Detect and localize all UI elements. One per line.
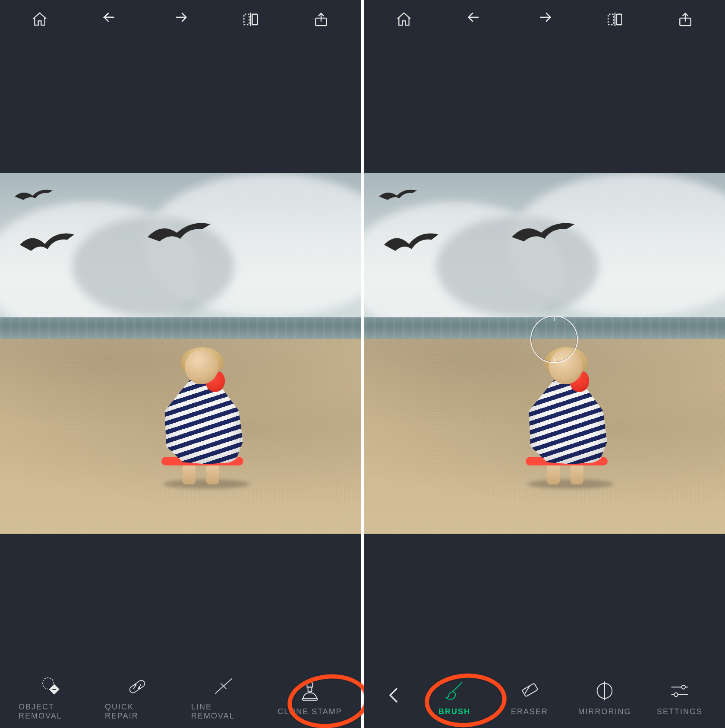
tool-label: CLONE STAMP	[277, 707, 342, 716]
tool-line-removal[interactable]: LINE REMOVAL	[191, 675, 256, 721]
quick-repair-icon	[126, 675, 148, 697]
redo-button[interactable]	[534, 9, 555, 30]
clone-stamp-icon	[299, 680, 321, 702]
compare-button[interactable]	[605, 9, 625, 30]
compare-icon	[242, 10, 260, 28]
svg-point-33	[674, 693, 678, 696]
redo-icon	[536, 11, 553, 28]
tool-label: BRUSH	[438, 707, 470, 716]
object-removal-icon	[40, 675, 62, 697]
clone-source-reticle[interactable]	[530, 316, 578, 363]
screen-left: OBJECT REMOVAL QUICK REPAIR LINE REMOVAL…	[0, 0, 361, 728]
svg-point-15	[139, 687, 140, 689]
tool-label: OBJECT REMOVAL	[19, 703, 83, 721]
tool-clone-stamp[interactable]: CLONE STAMP	[277, 680, 342, 716]
mirroring-icon	[593, 680, 616, 702]
back-icon	[383, 684, 406, 706]
child-subject	[159, 350, 245, 484]
bird	[379, 187, 418, 208]
bird	[19, 232, 75, 262]
tool-eraser[interactable]: ERASER	[497, 680, 562, 716]
tool-mirroring[interactable]: MIRRORING	[572, 680, 637, 716]
tool-label: MIRRORING	[578, 707, 631, 716]
home-button[interactable]	[394, 9, 414, 30]
undo-button[interactable]	[464, 9, 485, 30]
bird	[147, 220, 211, 250]
tool-label: LINE REMOVAL	[191, 703, 256, 721]
svg-rect-26	[522, 683, 538, 696]
home-button[interactable]	[29, 9, 50, 30]
tool-back[interactable]	[377, 684, 412, 712]
brush-icon	[443, 680, 466, 702]
svg-rect-23	[617, 14, 622, 25]
svg-rect-19	[303, 698, 318, 700]
svg-rect-18	[308, 687, 312, 692]
eraser-icon	[518, 680, 541, 702]
screenshot-divider	[361, 0, 364, 728]
svg-rect-22	[608, 14, 613, 25]
svg-rect-3	[252, 14, 258, 25]
undo-button[interactable]	[100, 9, 120, 30]
share-button[interactable]	[675, 9, 696, 30]
bottom-toolbar: OBJECT REMOVAL QUICK REPAIR LINE REMOVAL…	[0, 668, 361, 728]
share-button[interactable]	[311, 9, 331, 30]
settings-icon	[668, 680, 691, 702]
share-icon	[677, 11, 693, 28]
redo-icon	[172, 11, 189, 28]
image-canvas[interactable]	[0, 39, 361, 668]
tool-brush[interactable]: BRUSH	[422, 680, 487, 716]
child-subject	[523, 350, 609, 484]
svg-point-31	[681, 685, 685, 689]
undo-icon	[101, 11, 119, 28]
tool-label: ERASER	[511, 707, 548, 716]
top-toolbar	[364, 0, 725, 39]
tool-label: QUICK REPAIR	[105, 703, 170, 721]
bottom-toolbar: BRUSH ERASER MIRRORING SETTINGS	[364, 668, 725, 728]
undo-icon	[466, 11, 483, 28]
home-icon	[31, 11, 48, 28]
line-removal-icon	[212, 675, 235, 697]
home-icon	[395, 11, 413, 28]
image-canvas[interactable]	[364, 39, 725, 668]
bird	[511, 220, 576, 250]
svg-point-14	[135, 685, 136, 686]
tool-object-removal[interactable]: OBJECT REMOVAL	[19, 675, 83, 721]
photo	[364, 173, 725, 534]
bird	[15, 187, 54, 208]
compare-icon	[606, 10, 624, 28]
svg-rect-2	[244, 14, 249, 25]
compare-button[interactable]	[240, 9, 261, 30]
svg-rect-11	[129, 679, 146, 694]
tool-quick-repair[interactable]: QUICK REPAIR	[105, 675, 170, 721]
photo	[0, 173, 361, 534]
tool-label: SETTINGS	[657, 707, 703, 716]
bird	[383, 232, 439, 262]
redo-button[interactable]	[170, 9, 191, 30]
screen-right: BRUSH ERASER MIRRORING SETTINGS	[364, 0, 725, 728]
tool-settings[interactable]: SETTINGS	[647, 680, 712, 716]
top-toolbar	[0, 0, 361, 39]
share-icon	[313, 11, 329, 28]
